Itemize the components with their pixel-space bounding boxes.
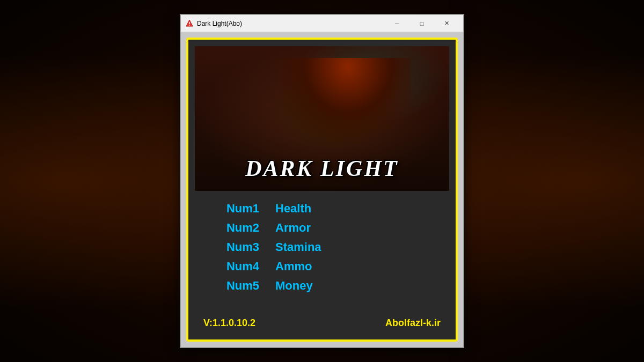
character-silhouette — [271, 58, 411, 147]
cheat-key-4: Num4 — [211, 260, 275, 274]
cheat-key-3: Num3 — [211, 240, 275, 254]
cheat-key-2: Num2 — [211, 221, 275, 235]
main-panel: Dark Light Num1 Health Num2 Armor Num3 S… — [186, 38, 458, 342]
cheat-value-2: Armor — [275, 221, 311, 235]
cheat-row-4: Num4 Ammo — [211, 260, 433, 274]
restore-button[interactable]: □ — [409, 15, 434, 32]
close-button[interactable]: ✕ — [434, 15, 459, 32]
cheat-row-3: Num3 Stamina — [211, 240, 433, 254]
minimize-button[interactable]: ─ — [385, 15, 409, 32]
cheat-key-1: Num1 — [211, 202, 275, 216]
app-window: Dark Light(Abo) ─ □ ✕ Dark Light Num1 He… — [180, 14, 464, 348]
cheat-value-3: Stamina — [275, 240, 321, 254]
cheat-row-5: Num5 Money — [211, 279, 433, 293]
cheat-list: Num1 Health Num2 Armor Num3 Stamina Num4… — [195, 191, 449, 307]
svg-point-2 — [189, 25, 190, 26]
app-icon — [185, 19, 194, 28]
title-bar: Dark Light(Abo) ─ □ ✕ — [181, 15, 463, 32]
window-title: Dark Light(Abo) — [197, 20, 385, 27]
website-label: Abolfazl-k.ir — [385, 317, 441, 329]
version-label: V:1.1.0.10.2 — [203, 317, 255, 329]
footer: V:1.1.0.10.2 Abolfazl-k.ir — [195, 311, 449, 333]
cheat-value-5: Money — [275, 279, 313, 293]
cheat-row-2: Num2 Armor — [211, 221, 433, 235]
window-controls: ─ □ ✕ — [385, 15, 459, 32]
cheat-row-1: Num1 Health — [211, 202, 433, 216]
cheat-value-4: Ammo — [275, 260, 312, 274]
cheat-value-1: Health — [275, 202, 311, 216]
cheat-key-5: Num5 — [211, 279, 275, 293]
game-banner: Dark Light — [195, 46, 449, 191]
game-title: Dark Light — [245, 156, 399, 181]
